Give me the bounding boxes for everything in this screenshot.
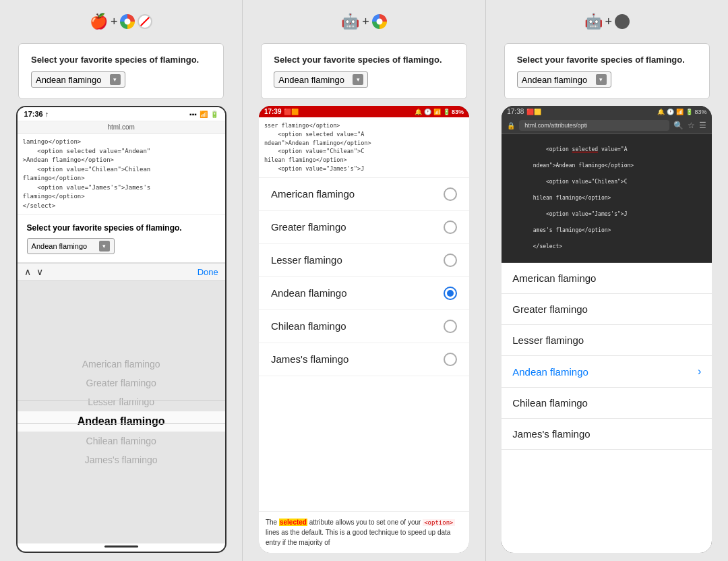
android-clock-icon: 🕐 <box>424 109 431 115</box>
middle-demo-card-top: Select your favorite species of flamingo… <box>261 43 466 99</box>
ios-picker-nav: ∧ ∨ Done <box>18 263 225 280</box>
signal-icon: ▪▪▪ <box>189 111 197 118</box>
arrow-up-icon[interactable]: ∧ <box>24 266 31 277</box>
ios-list-item-american[interactable]: American flamingo <box>502 263 712 294</box>
right-icon-bar: 🤖 + <box>584 8 630 35</box>
middle-select-top[interactable]: Andean flamingo ▾ <box>274 71 368 88</box>
ios-list-label-greater: Greater flamingo <box>512 303 588 315</box>
ios-list-label-james: James's flamingo <box>512 428 590 440</box>
chrome-icon <box>120 14 135 29</box>
plus-sign-right: + <box>605 15 613 29</box>
dark-star-icon[interactable]: ☆ <box>688 121 695 130</box>
home-bar <box>18 543 225 552</box>
android-option-label-james: James's flamingo <box>271 353 348 365</box>
bottom-text-prefix: The <box>266 519 279 526</box>
android-option-james[interactable]: James's flamingo <box>259 343 469 376</box>
bottom-text-mid: attribute allows you to set one of your <box>309 519 423 526</box>
dark-url-text: html.com/attributes/opti <box>524 122 587 129</box>
left-icon-bar: 🍎 + <box>90 8 153 35</box>
android-radio-james[interactable] <box>444 353 457 366</box>
dark-clock-icon: 🕐 <box>667 109 674 115</box>
ios-list-item-james[interactable]: James's flamingo <box>502 419 712 450</box>
ios-list-item-andean[interactable]: Andean flamingo › <box>502 356 712 388</box>
left-url-bar: html.com <box>18 121 225 134</box>
right-demo-card-top: Select your favorite species of flamingo… <box>504 43 710 99</box>
middle-demo-label-top: Select your favorite species of flamingo… <box>274 55 454 65</box>
middle-select-value-top: Andean flamingo <box>278 75 348 85</box>
left-code-area: lamingo</option> <option selected value=… <box>18 134 225 215</box>
picker-done-button[interactable]: Done <box>198 267 218 277</box>
picker-item-greater[interactable]: Greater flamingo <box>18 374 225 392</box>
left-demo-label-bottom: Select your favorite species of flamingo… <box>27 223 216 233</box>
right-select-top[interactable]: Andean flamingo ▾ <box>517 71 611 88</box>
android-radio-american[interactable] <box>444 187 457 201</box>
right-column: 🤖 + Select your favorite species of flam… <box>486 0 728 561</box>
android-option-label-chilean: Chilean flamingo <box>271 320 346 332</box>
picker-item-chilean[interactable]: Chilean flamingo <box>18 432 225 450</box>
home-bar-line <box>104 545 138 548</box>
right-demo-label-top: Select your favorite species of flamingo… <box>517 55 697 65</box>
ios-list-item-chilean[interactable]: Chilean flamingo <box>502 388 712 419</box>
blocked-icon <box>138 14 152 29</box>
android-option-lesser[interactable]: Lesser flamingo <box>259 244 469 277</box>
android-radio-greater[interactable] <box>444 220 457 234</box>
android-option-andean[interactable]: Andean flamingo <box>259 277 469 310</box>
android-option-chilean[interactable]: Chilean flamingo <box>259 310 469 343</box>
dark-url-box[interactable]: html.com/attributes/opti <box>519 120 669 131</box>
left-demo-card-top: Select your favorite species of flamingo… <box>18 43 224 99</box>
dark-phone: 17:38 🟥🟨 🔔 🕐 📶 🔋 83% 🔒 html.com/attribut… <box>502 106 712 553</box>
select-arrow-mid-icon: ▾ <box>353 74 363 85</box>
picker-item-james[interactable]: James's flamingo <box>18 450 225 469</box>
middle-icon-bar: 🤖 + <box>341 8 387 35</box>
android-option-label-lesser: Lesser flamingo <box>271 254 342 266</box>
android-radio-lesser[interactable] <box>444 254 457 267</box>
ios-list-item-greater[interactable]: Greater flamingo <box>502 294 712 325</box>
ios-list-label-american: American flamingo <box>512 272 596 284</box>
android-icon-mid: 🤖 <box>341 13 359 30</box>
ios-list-item-lesser[interactable]: Lesser flamingo <box>502 325 712 356</box>
android-option-label-greater: Greater flamingo <box>271 221 346 233</box>
dark-menu-icon[interactable]: ☰ <box>699 121 706 130</box>
left-select-value-bottom: Andean flamingo <box>32 242 95 250</box>
dark-status-icons: 🔔 🕐 📶 🔋 83% <box>657 109 707 115</box>
left-status-bar: 17:36 ↑ ▪▪▪ 📶 🔋 <box>18 107 225 121</box>
android-bottom-text: The selected attribute allows you to set… <box>259 511 469 554</box>
chrome-icon-mid <box>372 14 387 29</box>
left-select-value-top: Andean flamingo <box>36 75 106 85</box>
picker-item-american[interactable]: American flamingo <box>18 355 225 374</box>
picker-item-andean[interactable]: Andean flamingo <box>18 411 225 432</box>
plus-sign-1: + <box>111 15 118 29</box>
apple-icon: 🍎 <box>90 13 108 30</box>
plus-sign-mid: + <box>362 15 369 29</box>
ios-picker-scroll[interactable]: American flamingo Greater flamingo Lesse… <box>18 280 225 543</box>
dark-status-time: 17:38 <box>507 108 524 115</box>
ios-list: American flamingo Greater flamingo Lesse… <box>502 263 712 553</box>
left-ios-picker-area: Select your favorite species of flamingo… <box>18 215 225 552</box>
left-phone-mockup: 17:36 ↑ ▪▪▪ 📶 🔋 html.com lamingo</option… <box>16 106 226 553</box>
android-radio-chilean[interactable] <box>444 320 457 333</box>
left-status-time: 17:36 ↑ <box>24 110 49 118</box>
wifi-icon: 📶 <box>200 111 208 118</box>
left-select-bottom[interactable]: Andean flamingo ▾ <box>27 238 115 254</box>
dark-search-icon[interactable]: 🔍 <box>673 121 684 130</box>
ios-list-label-lesser: Lesser flamingo <box>512 334 584 346</box>
picker-item-lesser[interactable]: Lesser flamingo <box>18 392 225 411</box>
middle-column: 🤖 + Select your favorite species of flam… <box>243 0 485 561</box>
android-status-bar: 17:39 🟥🟧 🔔 🕐 📶 🔋 83% <box>259 106 469 117</box>
arrow-down-icon[interactable]: ∨ <box>36 266 43 277</box>
android-radio-andean[interactable] <box>444 287 457 300</box>
android-status-flags: 🟥🟧 <box>284 109 299 115</box>
picker-nav-arrows[interactable]: ∧ ∨ <box>24 266 43 277</box>
android-option-american[interactable]: American flamingo <box>259 178 469 211</box>
left-url-text: html.com <box>107 123 135 131</box>
dark-circle-icon <box>615 14 630 29</box>
left-demo-label-top: Select your favorite species of flamingo… <box>31 55 211 65</box>
select-arrow-right-icon: ▾ <box>596 74 607 85</box>
dark-code-area: <option selected value="A ndean">Andean … <box>502 134 712 263</box>
ios-list-label-chilean: Chilean flamingo <box>512 397 588 409</box>
android-option-label-andean: Andean flamingo <box>271 287 347 299</box>
left-select-top[interactable]: Andean flamingo ▾ <box>31 71 125 88</box>
android-option-greater[interactable]: Greater flamingo <box>259 211 469 244</box>
ios-list-label-andean: Andean flamingo <box>512 366 588 378</box>
bottom-text-end: lines as the default. This is a good tec… <box>266 529 450 546</box>
